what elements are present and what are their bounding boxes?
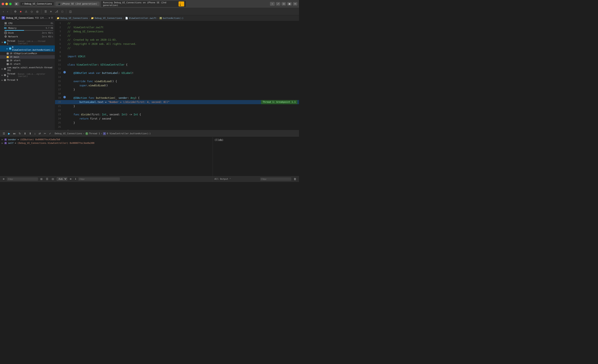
sidebar-filter-settings-btn[interactable]: ⊟: [51, 177, 55, 181]
jump-bar-button[interactable]: ≡: [49, 9, 53, 14]
split-view-button[interactable]: ⊡: [282, 2, 286, 6]
resource-item-network[interactable]: Network Zero KB/s: [0, 35, 55, 38]
debug-step-over-btn[interactable]: ⏭: [12, 132, 17, 136]
sidebar-expand-button[interactable]: ●: [49, 16, 50, 19]
expand-sender-icon[interactable]: ▶: [2, 138, 3, 141]
var-sender[interactable]: ▶ A sender = (UIButton) 0x00007fec43a0a7…: [0, 138, 213, 141]
breadcrumb-symbol[interactable]: M buttonAction(:): [159, 17, 183, 19]
event-fetch-icon: [4, 68, 6, 70]
close-button[interactable]: [2, 3, 4, 5]
enter-fullscreen-button[interactable]: ⤢: [276, 2, 280, 6]
zoom-button[interactable]: [9, 3, 12, 5]
issues-button[interactable]: ⚠: [24, 9, 29, 14]
test-button[interactable]: ◇: [29, 9, 34, 14]
auto-select[interactable]: Auto: [57, 177, 67, 181]
sender-name: sender: [8, 138, 17, 141]
resource-item-cpu[interactable]: CPU 0%: [0, 21, 55, 25]
center-info-btn[interactable]: ℹ: [74, 177, 77, 181]
memory-value: 9.7 MB: [46, 27, 53, 29]
console-filter-input[interactable]: [260, 178, 291, 181]
sidebar-filter-list-btn[interactable]: ☰: [45, 177, 50, 181]
frame-19-item[interactable]: 19 main: [0, 55, 55, 59]
debug-view-hierarchy-btn[interactable]: ↕: [33, 132, 37, 136]
code-line-21: 21 }: [55, 104, 299, 108]
play-button[interactable]: ▶: [15, 2, 19, 6]
frame-21-item[interactable]: 21 start: [0, 62, 55, 66]
sidebar-filter-icon-btn[interactable]: ⊞: [39, 177, 44, 181]
debug-instrument-btn[interactable]: ✂: [43, 132, 47, 136]
resource-item-memory[interactable]: Memory 9.7 MB: [0, 26, 55, 30]
code-line-24: 24 return first / second: [55, 117, 299, 121]
debug-console-btn[interactable]: ☰: [2, 132, 6, 136]
cpu-label: CPU: [8, 22, 50, 25]
stop-button[interactable]: ■: [19, 9, 23, 14]
breadcrumb-folder[interactable]: 📁 Debug_UI_Connections: [91, 17, 122, 19]
cpu-bar-container: [5, 25, 53, 26]
tab-debug-ui-connections[interactable]: ⚡ Debug_UI_Connections: [20, 2, 54, 6]
sidebar-settings-button[interactable]: ⚙: [51, 16, 53, 19]
sidebar-filter-input[interactable]: [7, 178, 38, 181]
vars-filter-input[interactable]: [78, 178, 120, 181]
breadcrumb-root[interactable]: 📁 Debug_UI_Connections: [57, 17, 88, 19]
thread-9-item[interactable]: ▶ Thread 9: [0, 78, 55, 82]
nav-back-button[interactable]: ‹: [2, 9, 5, 14]
navigator-button[interactable]: ☰: [43, 9, 48, 14]
debug-console[interactable]: (lldb): [213, 137, 299, 176]
center-eye-btn[interactable]: 👁: [68, 178, 73, 181]
thread-1-item[interactable]: ▼ Thread 1 Queue: com.a...-thread (seria…: [0, 39, 55, 45]
clear-console-btn[interactable]: 🗑: [292, 177, 297, 181]
debug-scheme-button[interactable]: ⚙: [13, 9, 18, 14]
debug-bc-frame-icon: 0: [103, 132, 106, 135]
event-fetch-thread-item[interactable]: ▶ com.apple.uikit.eventfetch-thread (6): [0, 66, 55, 72]
self-equals: =: [15, 142, 16, 145]
add-bookmark-button[interactable]: ◫: [68, 9, 73, 14]
breakpoint-icon[interactable]: [63, 71, 66, 73]
filter-toggle-btn[interactable]: ⊕: [2, 177, 6, 181]
add-tab-button[interactable]: ＋: [270, 2, 275, 6]
line-number: 18: [55, 92, 63, 96]
var-self[interactable]: ▶ A self = (Debug_UI_Connections.ViewCon…: [0, 141, 213, 145]
breadcrumb-file[interactable]: 📄 ViewController.swift: [125, 17, 156, 19]
thread-8-item[interactable]: ▶ Thread 8 Queue: com.a...egrator (seria…: [0, 72, 55, 78]
location-button[interactable]: ◎: [35, 9, 40, 14]
code-view[interactable]: 1//2// ViewController.swift3// Debug_UI_…: [55, 21, 299, 130]
line-content: override func viewDidLoad() {: [67, 79, 299, 83]
thread-1-label: Thread 1: [7, 40, 17, 45]
code-line-5: 5// Created by seb on 2020-11-03.: [55, 38, 299, 42]
expand-self-icon[interactable]: ▶: [2, 142, 3, 145]
debug-step-into-btn[interactable]: ↻: [18, 132, 22, 136]
minimize-button[interactable]: [5, 3, 8, 5]
frame-19-label: 19 main: [9, 56, 19, 58]
minimap-button[interactable]: □: [60, 9, 64, 14]
resize-button[interactable]: ⇔: [293, 2, 297, 6]
frame-0-item[interactable]: ▶ 0 ViewController.buttonAction(:): [0, 45, 55, 52]
line-number: 25: [55, 121, 63, 125]
frame-20-item[interactable]: 20 start: [0, 59, 55, 62]
line-content: // Copyright © 2020 seb. All rights rese…: [67, 42, 299, 46]
frame-18-item[interactable]: 18 UIApplicationMain: [0, 52, 55, 55]
line-content: [67, 108, 299, 113]
toolbar-separator-3: [66, 9, 66, 14]
disk-icon: [4, 31, 7, 34]
line-content: super.viewDidLoad(): [67, 83, 299, 88]
code-line-1: 1//: [55, 21, 299, 25]
tab-iphone-se[interactable]: 📱 iPhone SE (2nd generation): [55, 2, 100, 6]
line-content: [67, 75, 299, 79]
debug-up-btn[interactable]: ⬆: [28, 132, 32, 136]
breakpoint-icon[interactable]: [63, 96, 66, 98]
line-content: [67, 50, 299, 54]
line-number: 20: [55, 100, 63, 104]
resource-item-disk[interactable]: Disk Zero KB/s: [0, 31, 55, 35]
debug-memory-btn[interactable]: ⇄: [38, 132, 42, 136]
source-control-button[interactable]: ⎇: [54, 9, 59, 14]
layout-button[interactable]: ▣: [287, 2, 292, 6]
debug-location-btn[interactable]: ✓: [48, 132, 52, 136]
debug-continue-btn[interactable]: ▶: [7, 132, 11, 136]
network-icon: [4, 35, 7, 38]
nav-forward-button[interactable]: ›: [6, 9, 9, 14]
sender-type-badge: A: [4, 138, 7, 141]
debug-step-out-btn[interactable]: ⬇: [23, 132, 27, 136]
code-line-9: 9import UIKit: [55, 54, 299, 58]
tab-running[interactable]: Running Debug_UI_Connections on iPhone S…: [101, 0, 186, 8]
line-number: 11: [55, 63, 63, 67]
